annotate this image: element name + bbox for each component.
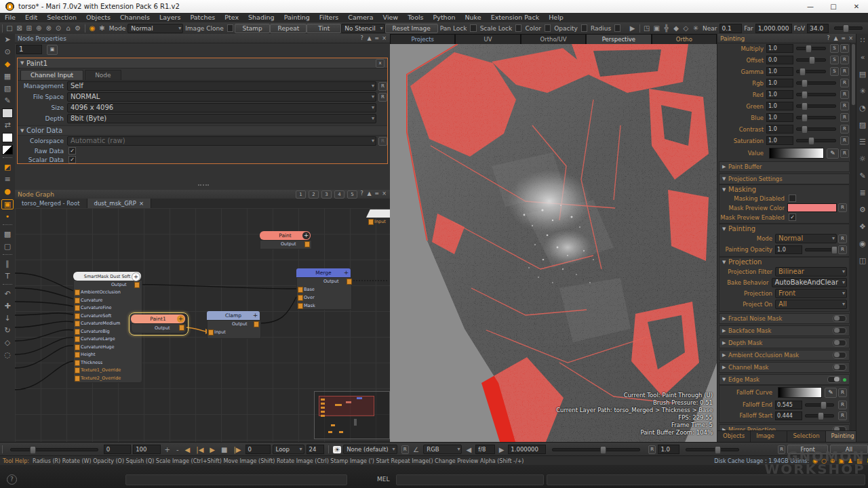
collapse-icon[interactable]: ▼ (722, 176, 728, 182)
node-paint1[interactable]: Paint1 + (131, 314, 185, 323)
reset-button[interactable]: R (840, 102, 849, 110)
timeline-handle[interactable] (2, 445, 3, 453)
mel-input-field[interactable] (396, 474, 544, 485)
painting-opacity-slider[interactable] (805, 248, 834, 251)
color-data-section-header[interactable]: ▼ Color Data (18, 125, 387, 136)
offset-field[interactable]: 0.0 (766, 56, 793, 64)
input-port[interactable] (75, 367, 80, 373)
collapse-dock-icon[interactable]: « (857, 53, 868, 62)
reset-button[interactable]: R (401, 445, 409, 454)
projection-dropdown[interactable]: Front▾ (775, 289, 847, 298)
slider-handle[interactable] (802, 102, 808, 110)
reset-button[interactable]: R (838, 203, 847, 212)
repeat-button[interactable]: Repeat (270, 24, 307, 33)
gear-icon[interactable]: ⚙ (857, 205, 868, 215)
tab-selection-groups[interactable]: Selection Groups (787, 431, 825, 443)
brush-icon[interactable]: ✎ (857, 171, 868, 181)
spray-icon[interactable]: ✳ (691, 24, 701, 32)
reset-button[interactable]: R (838, 245, 847, 254)
slider-handle[interactable] (818, 412, 824, 420)
menu-objects[interactable]: Objects (81, 13, 115, 22)
tab-node[interactable]: Node (85, 70, 121, 80)
node-graph-header[interactable]: Node Graph 1 2 3 4 5 ? ▲ ≡ × (15, 190, 390, 199)
step-back-button[interactable]: ◀ (185, 446, 191, 453)
palette-icon[interactable]: ◉ (857, 239, 868, 249)
projection-filter-dropdown[interactable]: Bilinear▾ (775, 267, 847, 277)
tab-projects[interactable]: Projects (390, 34, 455, 44)
mask-shape-icon[interactable]: ◆ (671, 24, 681, 32)
falloff-end-slider[interactable] (805, 403, 834, 407)
paint-select-tool-icon[interactable]: ◆ (2, 60, 13, 69)
undo-stroke-icon[interactable]: ↶ (2, 289, 13, 299)
node-pick-tool-icon[interactable]: ◩ (2, 163, 13, 172)
output-port[interactable] (179, 325, 184, 331)
gamma-field[interactable]: 1.0 (766, 67, 793, 76)
close-tab-icon[interactable]: × (139, 199, 144, 208)
multiply-slider[interactable] (796, 47, 826, 50)
menu-tools[interactable]: Tools (403, 13, 428, 22)
input-port[interactable] (208, 329, 214, 336)
fov-field[interactable]: 34.0 (807, 24, 829, 33)
input-port[interactable] (75, 329, 80, 335)
blur-icon[interactable]: ✱ (97, 24, 106, 32)
lasso-tool-icon[interactable]: ⊙ (2, 47, 13, 57)
rotate-tool-icon[interactable]: ↻ (2, 326, 13, 336)
brush-dot-icon[interactable]: ● (2, 187, 13, 197)
menu-layers[interactable]: Layers (155, 13, 185, 22)
masking-disabled-checkbox[interactable] (789, 195, 796, 202)
collapse-icon[interactable]: ▼ (722, 187, 728, 192)
menu-view[interactable]: View (378, 13, 403, 22)
minimize-button[interactable]: — (799, 0, 822, 13)
layers-visibility-icon[interactable]: ≡ (2, 175, 13, 184)
loop-dropdown[interactable]: Loop▾ (273, 445, 304, 454)
raw-data-checkbox[interactable]: ✓ (68, 147, 76, 155)
add-port-icon[interactable]: + (252, 312, 259, 319)
near-field[interactable]: 0.1 (719, 24, 743, 33)
command-field[interactable] (125, 474, 347, 485)
color-checkbox[interactable] (545, 24, 551, 32)
falloff-start-slider[interactable] (805, 414, 834, 418)
lighting-icon[interactable]: ☀ (333, 446, 341, 453)
fg-bg-swatch[interactable] (2, 145, 13, 155)
value-gradient[interactable] (769, 148, 824, 159)
contrast-slider[interactable] (796, 127, 836, 131)
falloff-curve-gradient[interactable] (778, 387, 822, 398)
reset-button[interactable]: R (838, 235, 847, 243)
expand-icon[interactable]: ▶ (722, 164, 728, 169)
menu-painting[interactable]: Painting (279, 13, 315, 22)
menu-edit[interactable]: Edit (20, 13, 42, 22)
expand-icon[interactable]: ▶ (722, 316, 728, 321)
saturation-slider[interactable] (796, 139, 836, 142)
paint-through-tool-icon[interactable]: ▣ (1, 199, 14, 209)
stencil-dropdown[interactable]: No Stencil▾ (341, 24, 384, 33)
move-tool-icon[interactable]: ✚ (2, 302, 13, 311)
node-paint[interactable]: Paint + (260, 231, 311, 240)
expand-icon[interactable]: ▶ (722, 328, 728, 333)
scrollbar-thumb[interactable] (852, 44, 855, 105)
collapse-icon[interactable]: ▼ (20, 60, 26, 66)
reset-button[interactable]: R (840, 113, 849, 122)
curve-display-icon[interactable]: ∠ (411, 446, 421, 453)
slider-handle[interactable] (802, 125, 808, 134)
channel-mask-section[interactable]: ▶ Channel Mask (719, 362, 850, 373)
paint-through-icon[interactable]: ◉ (87, 24, 97, 32)
menu-file[interactable]: File (0, 13, 20, 22)
expand-icon[interactable]: ▶ (722, 365, 728, 370)
paint-mode-dropdown[interactable]: Normal▾ (775, 234, 837, 243)
fov-slider[interactable] (834, 26, 863, 30)
masking-header[interactable]: ▼ Masking (719, 185, 849, 194)
download-icon[interactable]: ⬇ (865, 458, 868, 464)
viewport-3d-canvas[interactable]: Current Tool: Paint Through (U) Brush Pr… (390, 44, 717, 442)
tab-ortho[interactable]: Ortho (652, 34, 717, 44)
pan-lock-checkbox[interactable] (470, 24, 476, 32)
projection-group-header[interactable]: ▼ Projection (719, 258, 849, 266)
paint-buffer-section[interactable]: ▶ Paint Buffer (719, 161, 850, 172)
depth-dropdown[interactable]: 8bit (Byte)▾ (67, 114, 376, 123)
blue-slider[interactable] (796, 116, 836, 119)
light-icon[interactable]: ☼ (857, 155, 868, 164)
reset-button[interactable]: R (378, 93, 387, 102)
current-frame-field[interactable]: 0 (245, 445, 271, 454)
ambient-occlusion-mask-section[interactable]: ▶ Ambient Occlusion Mask (719, 350, 850, 361)
timeline-slider-handle[interactable] (30, 446, 36, 454)
slider-handle[interactable] (802, 79, 808, 87)
